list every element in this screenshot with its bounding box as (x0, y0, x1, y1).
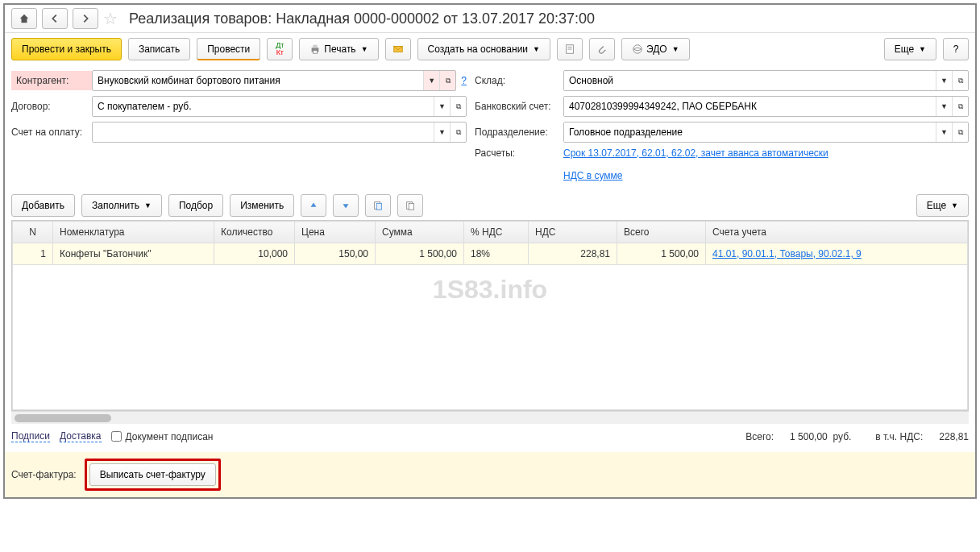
mail-button[interactable] (385, 38, 411, 60)
doc-signed-checkbox-wrap[interactable]: Документ подписан (111, 431, 214, 442)
more-button[interactable]: Еще▼ (884, 38, 936, 60)
col-sum[interactable]: Сумма (376, 222, 464, 243)
vat-mode-link[interactable]: НДС в сумме (563, 170, 623, 181)
add-row-button[interactable]: Добавить (11, 194, 75, 217)
horizontal-scrollbar[interactable] (11, 411, 969, 424)
table-empty-area (13, 265, 968, 410)
back-button[interactable] (42, 8, 68, 29)
items-table[interactable]: N Номенклатура Количество Цена Сумма % Н… (12, 221, 968, 410)
payment-invoice-input[interactable] (93, 122, 434, 142)
page-title: Реализация товаров: Накладная 0000-00000… (129, 10, 595, 27)
department-label: Подразделение: (475, 127, 563, 138)
dropdown-icon[interactable]: ▼ (936, 122, 952, 142)
svg-rect-9 (377, 203, 382, 210)
doc-signed-checkbox[interactable] (111, 431, 122, 442)
cell-accounts[interactable]: 41.01, 90.01.1, Товары, 90.02.1, 9 (706, 243, 968, 265)
issue-invoice-button[interactable]: Выписать счет-фактуру (89, 463, 216, 486)
cell-sum[interactable]: 1 500,00 (376, 243, 464, 265)
col-total[interactable]: Всего (617, 222, 706, 243)
open-icon[interactable]: ⧉ (439, 71, 455, 90)
col-nomenclature[interactable]: Номенклатура (53, 222, 214, 243)
contract-label: Договор: (11, 101, 92, 112)
open-icon[interactable]: ⧉ (952, 122, 968, 142)
bank-account-input[interactable] (564, 97, 936, 116)
copy-button[interactable] (365, 194, 391, 217)
warehouse-label: Склад: (475, 75, 563, 86)
settlements-link[interactable]: Срок 13.07.2017, 62.01, 62.02, зачет ава… (563, 147, 828, 159)
fill-button[interactable]: Заполнить▼ (81, 194, 162, 217)
open-icon[interactable]: ⧉ (952, 97, 968, 116)
paste-button[interactable] (397, 194, 423, 217)
department-input[interactable] (564, 122, 936, 142)
print-button[interactable]: Печать▼ (299, 38, 378, 60)
save-button[interactable]: Записать (128, 38, 190, 60)
dropdown-icon[interactable]: ▼ (936, 97, 952, 116)
star-icon[interactable]: ☆ (103, 9, 118, 28)
dtkt-button[interactable]: ДтКт (267, 38, 293, 60)
col-price[interactable]: Цена (295, 222, 376, 243)
attach-button[interactable] (589, 38, 615, 60)
move-up-button[interactable] (301, 194, 326, 217)
svg-rect-1 (314, 45, 318, 48)
post-and-close-button[interactable]: Провести и закрыть (11, 38, 122, 60)
total-label: Всего: (745, 431, 774, 442)
dropdown-icon[interactable]: ▼ (423, 71, 439, 90)
change-button[interactable]: Изменить (230, 194, 294, 217)
open-icon[interactable]: ⧉ (952, 71, 968, 90)
settlements-label: Расчеты: (475, 147, 563, 159)
contractor-help-link[interactable]: ? (461, 75, 467, 86)
total-value: 1 500,00 (790, 431, 828, 442)
open-icon[interactable]: ⧉ (450, 97, 466, 116)
select-button[interactable]: Подбор (168, 194, 223, 217)
svg-rect-11 (409, 203, 414, 210)
vat-label: в т.ч. НДС: (875, 431, 923, 442)
cell-vat[interactable]: 228,81 (529, 243, 617, 265)
dropdown-icon[interactable]: ▼ (936, 71, 952, 90)
payment-invoice-label: Счет на оплату: (11, 127, 92, 138)
contract-input[interactable] (93, 97, 434, 116)
forward-button[interactable] (73, 8, 98, 29)
cell-total[interactable]: 1 500,00 (617, 243, 706, 265)
post-button[interactable]: Провести (197, 38, 260, 60)
col-vat[interactable]: НДС (529, 222, 617, 243)
edo-button[interactable]: ЭДО▼ (621, 38, 690, 60)
doc-signed-label: Документ подписан (126, 431, 214, 442)
signatures-link[interactable]: Подписи (11, 430, 50, 442)
warehouse-input[interactable] (564, 71, 936, 90)
help-button[interactable]: ? (943, 38, 969, 60)
col-n[interactable]: N (13, 222, 53, 243)
dropdown-icon[interactable]: ▼ (434, 122, 450, 142)
doc-icon-button[interactable] (557, 38, 583, 60)
contractor-input[interactable] (93, 71, 423, 90)
table-row[interactable]: 1 Конфеты "Батончик" 10,000 150,00 1 500… (13, 243, 968, 265)
move-down-button[interactable] (333, 194, 359, 217)
col-vat-pct[interactable]: % НДС (464, 222, 529, 243)
open-icon[interactable]: ⧉ (450, 122, 466, 142)
col-accounts[interactable]: Счета учета (706, 222, 968, 243)
cell-nomenclature[interactable]: Конфеты "Батончик" (53, 243, 214, 265)
create-based-button[interactable]: Создать на основании▼ (417, 38, 550, 60)
svg-rect-2 (314, 51, 318, 54)
invoice-label: Счет-фактура: (11, 469, 77, 480)
bank-account-label: Банковский счет: (475, 101, 563, 112)
contractor-label: Контрагент: (11, 71, 92, 90)
col-quantity[interactable]: Количество (214, 222, 295, 243)
vat-value: 228,81 (939, 431, 969, 442)
delivery-link[interactable]: Доставка (60, 430, 102, 442)
cell-price[interactable]: 150,00 (295, 243, 376, 265)
cell-quantity[interactable]: 10,000 (214, 243, 295, 265)
cell-n[interactable]: 1 (13, 243, 53, 265)
cell-vat-pct[interactable]: 18% (464, 243, 529, 265)
dropdown-icon[interactable]: ▼ (434, 97, 450, 116)
home-button[interactable] (11, 8, 37, 29)
table-more-button[interactable]: Еще▼ (916, 194, 969, 217)
